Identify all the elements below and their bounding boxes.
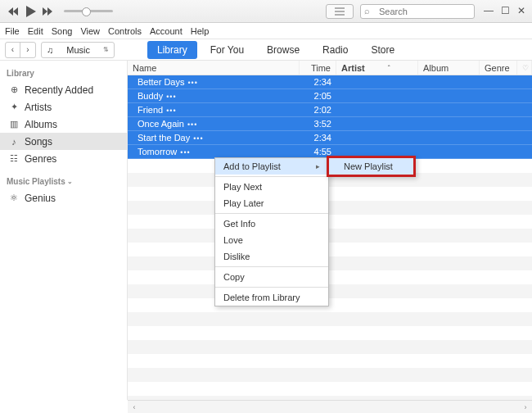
ctx-play-next[interactable]: Play Next bbox=[215, 179, 328, 195]
prev-track-icon[interactable] bbox=[8, 7, 20, 16]
sidebar-item-label: Artists bbox=[25, 102, 52, 113]
track-name: Start the Day bbox=[138, 133, 190, 143]
sidebar-item-label: Genres bbox=[25, 153, 56, 165]
table-row[interactable]: Better Days•••2:34 bbox=[128, 75, 532, 89]
sort-caret-icon: ˆ bbox=[388, 64, 390, 71]
col-name[interactable]: Name bbox=[128, 61, 300, 75]
play-icon[interactable] bbox=[26, 6, 36, 17]
more-icon[interactable]: ••• bbox=[180, 148, 190, 157]
sidebar: Library ⊕Recently Added ✦Artists ▥Albums… bbox=[0, 61, 128, 400]
table-row[interactable]: Start the Day•••2:34 bbox=[128, 131, 532, 145]
guitar-icon: ☷ bbox=[8, 153, 20, 164]
sidebar-item-albums[interactable]: ▥Albums bbox=[0, 116, 127, 133]
horizontal-scrollbar[interactable]: ‹ › bbox=[128, 400, 532, 413]
next-track-icon[interactable] bbox=[43, 7, 54, 16]
more-icon[interactable]: ••• bbox=[187, 120, 197, 129]
track-name: Once Again bbox=[138, 119, 184, 129]
col-album[interactable]: Album bbox=[418, 61, 480, 75]
ctx-dislike[interactable]: Dislike bbox=[215, 248, 328, 265]
menu-separator bbox=[215, 266, 328, 267]
close-button[interactable]: ✕ bbox=[514, 5, 529, 18]
col-artist[interactable]: Artistˆ bbox=[336, 61, 418, 75]
submenu-playlist: New Playlist bbox=[327, 156, 416, 177]
table-row[interactable]: Once Again•••3:52 bbox=[128, 117, 532, 131]
sidebar-item-genius[interactable]: ⚛Genius bbox=[0, 189, 127, 206]
maximize-button[interactable]: ☐ bbox=[498, 5, 512, 18]
more-icon[interactable]: ••• bbox=[193, 134, 203, 143]
menu-separator bbox=[215, 213, 328, 214]
submenu-new-playlist[interactable]: New Playlist bbox=[329, 158, 413, 175]
menu-file[interactable]: File bbox=[5, 26, 20, 36]
menu-edit[interactable]: Edit bbox=[28, 26, 43, 36]
sidebar-section-playlists[interactable]: Music Playlists⌄ bbox=[0, 174, 127, 189]
note-icon: ♪ bbox=[8, 137, 20, 147]
menu-controls[interactable]: Controls bbox=[108, 26, 142, 36]
track-rows: Better Days•••2:34 Buddy•••2:05 Friend••… bbox=[128, 75, 532, 400]
sidebar-item-label: Albums bbox=[25, 119, 57, 130]
music-icon: ♫ bbox=[47, 45, 53, 55]
content-area: Name Time Artistˆ Album Genre ♡ Better D… bbox=[128, 61, 532, 400]
scroll-left-icon[interactable]: ‹ bbox=[128, 403, 141, 411]
col-artist-label: Artist bbox=[341, 63, 365, 73]
track-name: Better Days bbox=[138, 77, 184, 87]
sidebar-section-label: Music Playlists bbox=[7, 177, 65, 186]
track-time: 2:02 bbox=[300, 105, 336, 115]
col-time[interactable]: Time bbox=[300, 61, 336, 75]
volume-slider[interactable] bbox=[64, 10, 113, 12]
mic-icon: ✦ bbox=[8, 102, 20, 112]
track-time: 2:34 bbox=[300, 77, 336, 87]
minimize-button[interactable]: — bbox=[481, 5, 496, 18]
toolbar-row: ‹ › ♫ Music ⇅ Library For You Browse Rad… bbox=[0, 39, 532, 61]
nav-buttons: ‹ › bbox=[5, 42, 36, 58]
genius-icon: ⚛ bbox=[8, 193, 20, 203]
track-name: Friend bbox=[138, 105, 163, 115]
album-icon: ▥ bbox=[8, 119, 20, 129]
table-row[interactable]: Friend•••2:02 bbox=[128, 103, 532, 117]
sidebar-item-artists[interactable]: ✦Artists bbox=[0, 98, 127, 116]
menu-account[interactable]: Account bbox=[150, 26, 183, 36]
menu-separator bbox=[215, 287, 328, 288]
ctx-get-info[interactable]: Get Info bbox=[215, 216, 328, 232]
search-input[interactable] bbox=[360, 4, 475, 19]
more-icon[interactable]: ••• bbox=[166, 93, 176, 101]
column-headers: Name Time Artistˆ Album Genre ♡ bbox=[128, 61, 532, 75]
table-row[interactable]: Buddy•••2:05 bbox=[128, 89, 532, 103]
tab-library[interactable]: Library bbox=[147, 41, 197, 59]
more-icon[interactable]: ••• bbox=[166, 107, 176, 115]
menu-help[interactable]: Help bbox=[191, 26, 210, 36]
window-controls: — ☐ ✕ bbox=[481, 5, 529, 18]
forward-button[interactable]: › bbox=[20, 43, 35, 57]
scroll-right-icon[interactable]: › bbox=[519, 403, 532, 411]
col-genre[interactable]: Genre bbox=[480, 61, 517, 75]
track-time: 2:05 bbox=[300, 91, 336, 101]
tab-store[interactable]: Store bbox=[361, 41, 404, 59]
back-button[interactable]: ‹ bbox=[6, 43, 20, 57]
ctx-love[interactable]: Love bbox=[215, 232, 328, 248]
track-time: 2:34 bbox=[300, 133, 336, 143]
ctx-copy[interactable]: Copy bbox=[215, 269, 328, 285]
tab-foryou[interactable]: For You bbox=[201, 41, 254, 59]
ctx-add-to-playlist[interactable]: Add to Playlist▸ bbox=[215, 158, 328, 175]
context-menu: Add to Playlist▸ Play Next Play Later Ge… bbox=[214, 157, 329, 306]
sidebar-item-recently-added[interactable]: ⊕Recently Added bbox=[0, 81, 127, 98]
sidebar-section-library: Library bbox=[0, 66, 127, 81]
sidebar-item-label: Recently Added bbox=[25, 84, 93, 96]
sidebar-item-genres[interactable]: ☷Genres bbox=[0, 150, 127, 167]
tab-browse[interactable]: Browse bbox=[257, 41, 309, 59]
more-icon[interactable]: ••• bbox=[187, 79, 197, 87]
col-loved[interactable]: ♡ bbox=[517, 61, 532, 75]
chevron-down-icon: ⌄ bbox=[67, 178, 73, 185]
list-icon bbox=[335, 7, 345, 16]
tab-radio[interactable]: Radio bbox=[313, 41, 358, 59]
media-picker[interactable]: ♫ Music ⇅ bbox=[41, 42, 115, 58]
sidebar-item-songs[interactable]: ♪Songs bbox=[0, 133, 127, 150]
media-label: Music bbox=[66, 45, 90, 55]
menubar: File Edit Song View Controls Account Hel… bbox=[0, 23, 532, 39]
ctx-delete[interactable]: Delete from Library bbox=[215, 289, 328, 306]
titlebar: ⌕ — ☐ ✕ bbox=[0, 0, 532, 23]
menu-song[interactable]: Song bbox=[52, 26, 73, 36]
ctx-play-later[interactable]: Play Later bbox=[215, 195, 328, 211]
list-view-button[interactable] bbox=[326, 4, 354, 19]
sidebar-item-label: Genius bbox=[25, 193, 56, 204]
menu-view[interactable]: View bbox=[80, 26, 100, 36]
